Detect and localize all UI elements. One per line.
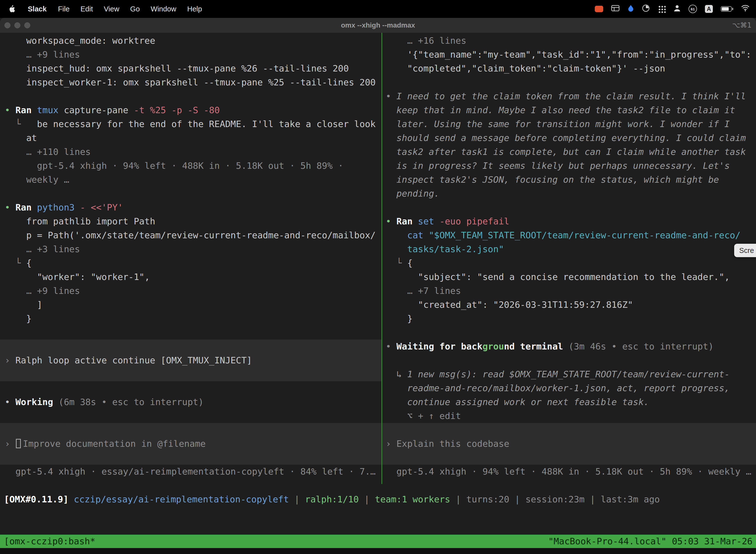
terminal-text-segment: › Explain this codebase xyxy=(386,439,509,449)
terminal-line xyxy=(0,187,381,201)
terminal-line: • Ran tmux capture-pane -t %25 -p -S -80 xyxy=(0,103,381,117)
screen-tooltip-overlay[interactable]: Scre xyxy=(734,244,756,257)
terminal-text-segment: Ran xyxy=(15,202,37,213)
terminal-line: should send a message before completing … xyxy=(382,131,756,145)
terminal-text-segment: readme-and-reco/mailbox/worker-1.json, a… xyxy=(386,383,730,393)
display-grid-icon[interactable] xyxy=(611,5,620,13)
terminal-text-segment: └ xyxy=(386,258,407,268)
terminal-line: … +9 lines xyxy=(0,284,381,298)
terminal-line: gpt-5.4 xhigh · 94% left · 488K in · 5.1… xyxy=(0,159,381,173)
terminal-text-segment: -euo pipefail xyxy=(440,216,509,226)
terminal-text-segment: • xyxy=(386,341,396,351)
terminal-text-segment: cat xyxy=(407,230,429,240)
terminal-line: • Ran python3 - <<'PY' xyxy=(0,201,381,214)
terminal-text-segment: later. Using the same for transition mig… xyxy=(386,119,730,129)
terminal-line xyxy=(382,353,756,367)
battery-icon[interactable] xyxy=(721,6,733,12)
terminal-line: "subject": "send a concise recommendatio… xyxy=(382,270,756,284)
terminal-text-segment: › xyxy=(5,355,15,365)
terminal-line: … +16 lines xyxy=(382,34,756,48)
terminal-text-segment: python3 xyxy=(37,202,80,213)
window-shortcut-hint: ⌥⌘1 xyxy=(732,18,752,33)
menu-edit[interactable]: Edit xyxy=(75,5,99,13)
terminal-pane-left[interactable]: workspace_mode: worktree … +9 lines insp… xyxy=(0,34,381,479)
terminal-pane-right[interactable]: … +16 lines '{"team_name":"my-team","tas… xyxy=(382,34,756,479)
terminal-text-segment: be necessary for the end of the README. … xyxy=(37,119,376,129)
terminal-line xyxy=(0,409,381,423)
terminal-text-segment: tmux xyxy=(37,105,64,115)
terminal-line xyxy=(382,326,756,340)
terminal-text-segment: Waiting for back xyxy=(396,341,483,351)
terminal-line: • Ran set -euo pipefail xyxy=(382,214,756,228)
terminal-line: continue assigned work or next feasible … xyxy=(382,395,756,409)
terminal-text-segment: should send a message before completing … xyxy=(386,133,746,143)
macos-menu-bar: Slack FileEditViewGoWindowHelp 61 A xyxy=(0,0,756,18)
terminal-line xyxy=(0,89,381,103)
terminal-line: └ { xyxy=(382,256,756,270)
dots-grid-icon[interactable] xyxy=(658,5,666,13)
terminal-line: … +9 lines xyxy=(0,48,381,62)
terminal-text-segment: inspect_hud: omx sparkshell --tmux-pane … xyxy=(5,63,349,73)
gauge-icon[interactable]: 61 xyxy=(689,5,697,13)
terminal-line: '{"team_name":"my-team","task_id":"1","f… xyxy=(382,48,756,62)
person-icon[interactable] xyxy=(674,4,681,14)
wifi-icon[interactable] xyxy=(741,5,750,13)
terminal-line: … +3 lines xyxy=(0,242,381,256)
terminal-text-segment: tasks/task-2.json" xyxy=(386,244,504,254)
apple-menu[interactable] xyxy=(8,5,22,13)
terminal-line: pending. xyxy=(382,187,756,201)
menu-bar-status-icons: 61 A xyxy=(595,4,756,14)
menu-go[interactable]: Go xyxy=(125,5,145,13)
gauge-value: 61 xyxy=(691,7,695,11)
terminal-line: cat "$OMX_TEAM_STATE_ROOT/team/review-cu… xyxy=(382,228,756,242)
terminal-text-segment: capture-pane xyxy=(64,105,134,115)
terminal-text-segment: "completed","claim_token":"claim-token"}… xyxy=(386,63,665,73)
terminal-line: └ { xyxy=(0,256,381,270)
menu-bar-left: Slack FileEditViewGoWindowHelp xyxy=(0,5,207,13)
terminal-text-segment: … +3 lines xyxy=(5,244,80,254)
terminal-line xyxy=(382,451,756,465)
terminal-text-segment: Ran xyxy=(15,105,37,115)
terminal-line xyxy=(382,423,756,437)
menu-view[interactable]: View xyxy=(99,5,125,13)
terminal-line xyxy=(382,201,756,214)
terminal-line xyxy=(0,367,381,381)
terminal-content: workspace_mode: worktree … +9 lines insp… xyxy=(0,33,756,554)
terminal-text-segment: task2 after task1 is complete, but can I… xyxy=(386,147,746,157)
active-app-name[interactable]: Slack xyxy=(22,5,53,13)
terminal-text-segment: └ xyxy=(5,258,26,268)
terminal-line: } xyxy=(0,312,381,326)
terminal-text-segment: • xyxy=(5,397,15,407)
terminal-text-segment: workspace_mode: worktree xyxy=(5,36,155,46)
terminal-text-segment: cczip/essay/ai-reimplementation-copyleft xyxy=(74,494,289,504)
terminal-text-segment: nd terminal xyxy=(504,341,568,351)
terminal-text-segment: continue assigned work or next feasible … xyxy=(386,397,649,407)
terminal-text-segment: p = Path('.omx/state/team/review-current… xyxy=(5,230,376,240)
blue-drop-icon[interactable] xyxy=(628,4,634,14)
text-cursor xyxy=(16,439,21,448)
terminal-line: inspect task2's JSON, focusing on the st… xyxy=(382,173,756,187)
terminal-line: › Improve documentation in @filename xyxy=(0,437,381,451)
terminal-text-segment: • xyxy=(386,91,396,101)
terminal-text-segment: gpt-5.4 xhigh · essay/ai-reimplementatio… xyxy=(5,466,376,477)
timer-circle-icon[interactable] xyxy=(642,4,650,14)
terminal-text-segment: • xyxy=(5,202,15,213)
terminal-text-segment: … +110 lines xyxy=(5,147,91,157)
bottom-strip xyxy=(0,548,756,554)
terminal-text-segment: pending. xyxy=(386,188,440,199)
terminal-line xyxy=(0,340,381,353)
terminal-text-segment: weekly … xyxy=(5,174,69,185)
menu-window[interactable]: Window xyxy=(145,5,182,13)
terminal-line: inspect_hud: omx sparkshell --tmux-pane … xyxy=(0,62,381,75)
terminal-line: inspect_worker-1: omx sparkshell --tmux-… xyxy=(0,75,381,89)
terminal-text-segment xyxy=(386,230,407,240)
menu-help[interactable]: Help xyxy=(182,5,208,13)
terminal-line: • I need to get the claim token from the… xyxy=(382,89,756,103)
screen-recording-indicator-icon[interactable] xyxy=(595,6,603,12)
menu-file[interactable]: File xyxy=(53,5,75,13)
terminal-text-segment: ] xyxy=(5,299,43,310)
input-source-icon[interactable]: A xyxy=(705,5,713,13)
terminal-text-segment: | turns:20 | session:23m | last:3m ago xyxy=(450,494,660,504)
terminal-text-segment: } xyxy=(386,314,413,324)
terminal-line: ] xyxy=(0,298,381,312)
